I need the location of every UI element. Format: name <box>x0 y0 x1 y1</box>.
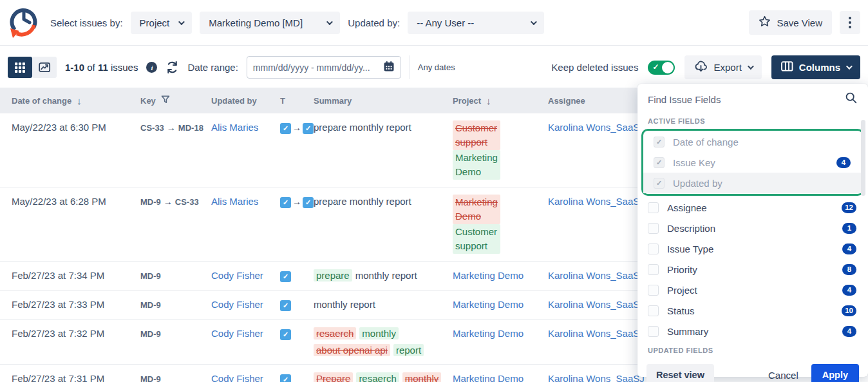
export-button[interactable]: Export <box>684 55 761 79</box>
refresh-button[interactable] <box>165 61 179 74</box>
field-item-priority[interactable]: Priority8 <box>637 259 868 280</box>
assignee-link[interactable]: Karolina Wons_SaaSJ <box>548 373 645 382</box>
field-item-summary[interactable]: Summary4 <box>637 321 868 341</box>
info-icon[interactable]: i <box>146 62 157 73</box>
unchecked-checkbox[interactable] <box>648 305 659 316</box>
date-range-input[interactable]: mmm/dd/yyyy - mmm/dd/yy... <box>247 56 401 79</box>
column-header-updated-by[interactable]: Updated by <box>211 96 280 106</box>
type-transition-arrow-icon: → <box>291 196 303 207</box>
sort-desc-icon[interactable]: ↓ <box>77 95 82 106</box>
updated-fields-heading: UPDATED FIELDS <box>637 341 868 358</box>
assignee-link[interactable]: Karolina Wons_SaaSJ <box>548 196 645 207</box>
unchecked-checkbox[interactable] <box>648 223 659 234</box>
calendar-icon[interactable] <box>383 61 395 75</box>
project-link[interactable]: Marketing Demo <box>453 373 524 382</box>
summary-plain-text: prepare monthly report <box>314 196 411 207</box>
issue-key-cell: MD-9 <box>140 269 211 283</box>
updated-by-dropdown[interactable]: -- Any User -- <box>408 12 544 34</box>
assignee-link[interactable]: Karolina Wons_SaaSJ <box>548 328 645 339</box>
more-options-button[interactable] <box>840 11 860 34</box>
project-removed-text: Customer support <box>453 120 500 150</box>
active-fields-heading: ACTIVE FIELDS <box>637 112 868 128</box>
type-transition-arrow-icon: → <box>291 122 303 133</box>
task-type-icon: ✓ <box>280 197 291 208</box>
cancel-button[interactable]: Cancel <box>768 370 798 381</box>
header-divider <box>0 45 868 46</box>
project-link[interactable]: Marketing Demo <box>453 270 524 281</box>
column-header-project[interactable]: Project↓ <box>453 95 548 106</box>
reset-view-button[interactable]: Reset view <box>646 364 714 382</box>
date-range-placeholder: mmm/dd/yyyy - mmm/dd/yy... <box>253 62 370 73</box>
sort-desc-icon[interactable]: ↓ <box>486 95 491 106</box>
columns-button[interactable]: Columns <box>771 55 860 79</box>
field-item-project[interactable]: Project4 <box>637 280 868 300</box>
assignee-link[interactable]: Karolina Wons_SaaSJ <box>548 299 645 310</box>
updated-by-link[interactable]: Cody Fisher <box>211 328 263 339</box>
field-item-updated-by[interactable]: ✓Updated by <box>643 173 862 193</box>
field-item-issue-key[interactable]: ✓Issue Key4 <box>643 152 862 173</box>
chart-view-button[interactable] <box>32 57 57 78</box>
updated-by-link[interactable]: Cody Fisher <box>211 373 263 382</box>
assignee-link[interactable]: Karolina Wons_SaaSJ <box>548 270 645 281</box>
panel-scrollbar[interactable] <box>861 120 865 196</box>
field-item-assignee[interactable]: Assignee12 <box>637 197 868 218</box>
field-item-issue-type[interactable]: Issue Type4 <box>637 238 868 259</box>
columns-config-panel: Find Issue Fields ACTIVE FIELDS ✓Date of… <box>637 84 868 377</box>
column-header-summary[interactable]: Summary <box>314 96 453 106</box>
project-cell: Marketing DemoCustomer support <box>453 195 548 254</box>
unchecked-checkbox[interactable] <box>648 285 659 296</box>
filter-funnel-icon[interactable] <box>161 95 170 106</box>
select-by-dropdown[interactable]: Project <box>131 12 193 34</box>
summary-added-text: report <box>393 344 424 356</box>
issue-type-cell: ✓ <box>280 372 314 382</box>
columns-label: Columns <box>799 62 840 73</box>
column-header-type[interactable]: T <box>280 96 314 106</box>
project-link[interactable]: Marketing Demo <box>453 299 524 310</box>
issue-key-to: CS-33 <box>175 197 199 207</box>
column-header-key[interactable]: Key <box>140 95 211 106</box>
top-toolbar: Select issues by: Project Marketing Demo… <box>0 0 868 45</box>
date-of-change-cell: Feb/27/23 at 7:33 PM <box>12 298 140 311</box>
unchecked-checkbox[interactable] <box>648 264 659 275</box>
project-value: Marketing Demo [MD] <box>209 17 303 28</box>
issue-type-cell: ✓ <box>280 269 314 282</box>
task-type-icon: ✓ <box>280 271 291 282</box>
project-cell: Customer supportMarketing Demo <box>453 120 548 180</box>
unchecked-checkbox[interactable] <box>648 244 659 254</box>
checked-checkbox[interactable]: ✓ <box>654 178 665 189</box>
project-dropdown[interactable]: Marketing Demo [MD] <box>200 12 340 34</box>
key-transition-arrow-icon: → <box>164 122 178 133</box>
apply-button[interactable]: Apply <box>811 364 859 382</box>
field-item-date-of-change[interactable]: ✓Date of change <box>643 131 862 152</box>
unchecked-checkbox[interactable] <box>648 326 659 337</box>
checked-checkbox[interactable]: ✓ <box>654 137 665 148</box>
grid-view-button[interactable] <box>8 57 32 78</box>
summary-cell: prepare monthly report <box>314 120 453 134</box>
keep-deleted-toggle[interactable]: ✓ <box>648 61 675 75</box>
summary-added-text: resaerch <box>356 372 399 382</box>
project-cell: Marketing Demo <box>453 327 548 340</box>
column-header-date-of-change[interactable]: Date of change↓ <box>12 95 140 106</box>
unchecked-checkbox[interactable] <box>648 202 659 213</box>
assignee-link[interactable]: Karolina Wons_SaaSJ <box>548 122 645 133</box>
project-link[interactable]: Marketing Demo <box>453 328 524 339</box>
field-item-description[interactable]: Description1 <box>637 218 868 238</box>
app-root: Select issues by: Project Marketing Demo… <box>0 0 868 382</box>
save-view-button[interactable]: Save View <box>749 10 832 35</box>
find-fields-search[interactable]: Find Issue Fields <box>637 84 868 112</box>
select-by-value: Project <box>140 17 170 28</box>
task-type-icon: ✓ <box>280 123 291 134</box>
updated-by-link[interactable]: Cody Fisher <box>211 299 263 310</box>
export-label: Export <box>713 62 741 73</box>
updated-by-link[interactable]: Alis Maries <box>211 122 258 133</box>
field-label: Issue Type <box>667 244 713 254</box>
field-item-status[interactable]: Status10 <box>637 300 868 321</box>
updated-by-label: Updated by: <box>348 17 400 28</box>
field-count-badge: 4 <box>842 285 856 296</box>
checked-checkbox[interactable]: ✓ <box>654 157 665 168</box>
updated-by-link[interactable]: Alis Maries <box>211 196 258 207</box>
updated-by-cell: Alis Maries <box>211 120 280 134</box>
issue-key-cell: MD-9 <box>140 327 211 341</box>
updated-by-link[interactable]: Cody Fisher <box>211 270 263 281</box>
summary-cell: Prepareresaerchmonthlyaboutreportopenai … <box>314 372 453 382</box>
